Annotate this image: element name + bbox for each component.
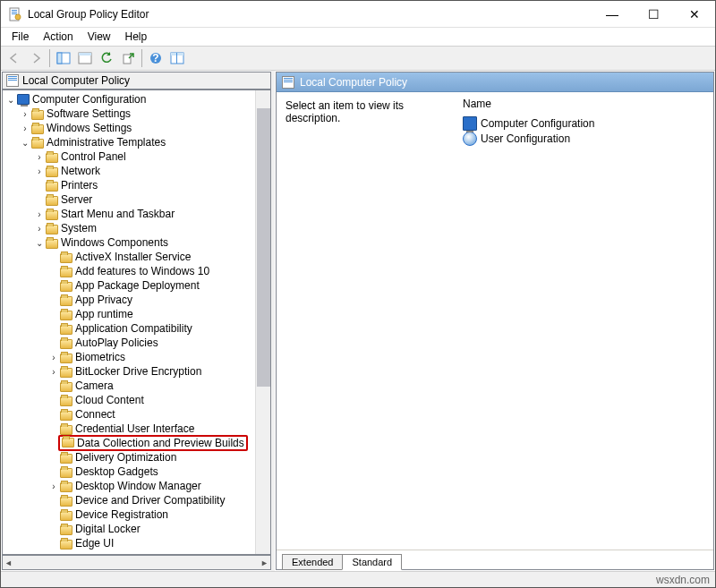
tab-standard[interactable]: Standard xyxy=(342,554,402,570)
tree-node[interactable]: ›Software Settings xyxy=(3,107,270,121)
list-item[interactable]: User Configuration xyxy=(463,131,706,146)
column-header-name[interactable]: Name xyxy=(463,96,706,115)
tab-extended[interactable]: Extended xyxy=(282,554,343,570)
tree-node[interactable]: ›App Package Deployment xyxy=(3,278,270,293)
folder-icon xyxy=(60,468,72,478)
filter-button[interactable] xyxy=(167,48,187,68)
menu-action[interactable]: Action xyxy=(36,29,80,45)
close-button[interactable]: ✕ xyxy=(674,1,715,27)
tree-node-computer-config[interactable]: ⌄Computer Configuration xyxy=(3,92,270,107)
menu-file[interactable]: File xyxy=(4,29,36,45)
svg-point-4 xyxy=(15,14,21,20)
main-area: Local Computer Policy ⌄Computer Configur… xyxy=(1,71,715,571)
tree-node[interactable]: ›Camera xyxy=(3,379,270,393)
tree-node[interactable]: ›Server xyxy=(3,192,270,207)
folder-icon xyxy=(60,339,72,349)
folder-icon xyxy=(60,497,72,507)
toolbar-separator xyxy=(49,49,50,67)
tree-node[interactable]: ›App runtime xyxy=(3,307,270,321)
tree-node[interactable]: ⌄Administrative Templates xyxy=(3,135,270,149)
help-button[interactable]: ? xyxy=(146,48,166,68)
tree-node[interactable]: ›Digital Locker xyxy=(3,522,270,536)
scroll-left-icon[interactable]: ◄ xyxy=(4,558,13,567)
folder-icon xyxy=(46,210,58,220)
tree-node[interactable]: ›Desktop Gadgets xyxy=(3,464,270,479)
svg-text:?: ? xyxy=(152,52,158,64)
results-header: Local Computer Policy xyxy=(277,72,713,92)
show-hide-tree-button[interactable] xyxy=(54,48,73,68)
tree-node-windows-components[interactable]: ⌄Windows Components xyxy=(3,235,270,250)
horizontal-scrollbar[interactable]: ◄► xyxy=(2,555,271,570)
folder-icon xyxy=(60,382,72,392)
tree-node[interactable]: ›Application Compatibility xyxy=(3,321,270,336)
menu-view[interactable]: View xyxy=(81,29,118,45)
tree-node[interactable]: ›Control Panel xyxy=(3,149,270,164)
tree-node[interactable]: ›ActiveX Installer Service xyxy=(3,250,270,264)
properties-button[interactable] xyxy=(75,48,95,68)
tree-node[interactable]: ›AutoPlay Policies xyxy=(3,336,270,350)
computer-icon xyxy=(17,94,30,105)
tree-node[interactable]: ›Biometrics xyxy=(3,350,270,364)
refresh-button[interactable] xyxy=(97,48,116,68)
results-title: Local Computer Policy xyxy=(300,76,407,89)
tree-node[interactable]: ›Device and Driver Compatibility xyxy=(3,493,270,507)
export-button[interactable] xyxy=(118,48,138,68)
tree-node[interactable]: ›Credential User Interface xyxy=(3,422,270,436)
tree-node-data-collection[interactable]: ›Data Collection and Preview Builds xyxy=(3,436,270,450)
scrollbar-thumb[interactable] xyxy=(257,108,270,387)
tree-node[interactable]: ›Connect xyxy=(3,407,270,422)
tree-node[interactable]: ›Desktop Window Manager xyxy=(3,479,270,493)
folder-icon xyxy=(46,239,58,249)
tree-view[interactable]: ⌄Computer Configuration ›Software Settin… xyxy=(2,89,271,555)
items-column: Name Computer Configuration User Configu… xyxy=(456,92,713,550)
results-tabs: Extended Standard xyxy=(277,550,713,569)
tree-node[interactable]: ›Printers xyxy=(3,178,270,192)
forward-button[interactable] xyxy=(26,48,46,68)
title-bar: Local Group Policy Editor — ☐ ✕ xyxy=(1,1,715,28)
tree-node[interactable]: ›Edge UI xyxy=(3,536,270,550)
window-controls: — ☐ ✕ xyxy=(592,1,715,27)
vertical-scrollbar[interactable] xyxy=(255,90,270,554)
toolbar-separator xyxy=(141,49,142,67)
tree-node[interactable]: ›Delivery Optimization xyxy=(3,450,270,464)
list-item[interactable]: Computer Configuration xyxy=(463,115,706,131)
folder-icon xyxy=(62,438,74,447)
maximize-button[interactable]: ☐ xyxy=(633,1,674,27)
svg-rect-2 xyxy=(12,12,17,13)
folder-icon xyxy=(60,525,72,535)
toolbar: ? xyxy=(1,46,715,71)
minimize-button[interactable]: — xyxy=(592,1,633,27)
folder-icon xyxy=(46,225,58,234)
left-pane: Local Computer Policy ⌄Computer Configur… xyxy=(1,71,271,571)
menu-help[interactable]: Help xyxy=(118,29,155,45)
svg-rect-9 xyxy=(124,55,131,64)
menu-bar: File Action View Help xyxy=(1,28,715,46)
splitter[interactable] xyxy=(271,71,275,571)
tree-node[interactable]: ›Start Menu and Taskbar xyxy=(3,207,270,221)
folder-icon xyxy=(60,282,72,292)
svg-rect-14 xyxy=(176,53,177,64)
folder-icon xyxy=(46,196,58,206)
tree-node[interactable]: ›Device Registration xyxy=(3,507,270,522)
tree-node[interactable]: ›Windows Settings xyxy=(3,121,270,135)
folder-icon xyxy=(60,311,72,320)
folder-icon xyxy=(31,124,44,134)
description-column: Select an item to view its description. xyxy=(277,92,456,550)
tree-node[interactable]: ›Add features to Windows 10 xyxy=(3,264,270,278)
folder-icon xyxy=(46,167,58,177)
tree-node[interactable]: ›Network xyxy=(3,164,270,178)
folder-icon xyxy=(60,296,72,306)
tree-node[interactable]: ›System xyxy=(3,221,270,235)
status-text: wsxdn.com xyxy=(656,574,710,586)
status-bar: wsxdn.com xyxy=(1,571,715,587)
tree-node[interactable]: ›BitLocker Drive Encryption xyxy=(3,364,270,379)
tree-node[interactable]: ›Cloud Content xyxy=(3,393,270,407)
folder-icon xyxy=(60,354,72,363)
folder-icon xyxy=(60,511,72,521)
scope-bar[interactable]: Local Computer Policy xyxy=(2,72,271,89)
folder-icon xyxy=(60,425,72,435)
user-icon xyxy=(463,132,477,146)
back-button[interactable] xyxy=(4,48,24,68)
scroll-right-icon[interactable]: ► xyxy=(260,558,268,567)
tree-node[interactable]: ›App Privacy xyxy=(3,293,270,307)
